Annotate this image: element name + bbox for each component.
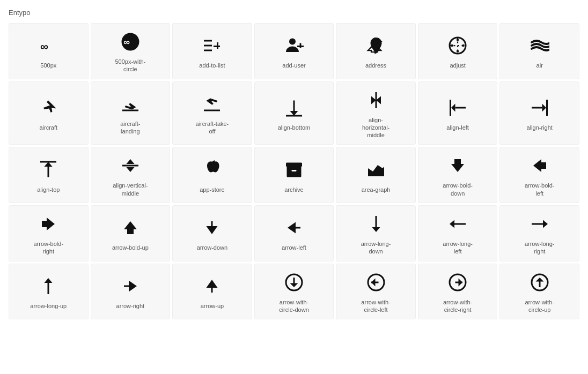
- icon-label: arrow-bold-left: [525, 182, 555, 197]
- icon-cell[interactable]: arrow-bold-right: [9, 205, 89, 261]
- icon-label: arrow-long-left: [443, 240, 473, 256]
- icon-label: arrow-long-right: [525, 240, 555, 256]
- icon-cell[interactable]: ∞ 500px-with-circle: [91, 23, 171, 79]
- svg-rect-4: [204, 45, 212, 47]
- add-user-icon: [284, 35, 304, 56]
- icon-cell[interactable]: arrow-up: [172, 264, 252, 320]
- arrow-with-circle-down-icon: [284, 272, 304, 293]
- icon-cell[interactable]: align-bottom: [254, 81, 334, 145]
- svg-point-8: [289, 39, 296, 45]
- 500px-icon: ∞: [39, 35, 58, 56]
- icon-cell[interactable]: align-right: [499, 81, 579, 145]
- svg-rect-20: [204, 109, 220, 111]
- icon-label: arrow-down: [197, 244, 227, 251]
- svg-rect-40: [286, 167, 301, 177]
- svg-marker-46: [124, 221, 137, 234]
- svg-marker-54: [450, 220, 454, 228]
- arrow-bold-down-icon: [448, 155, 467, 176]
- svg-rect-29: [455, 107, 466, 108]
- arrow-long-down-icon: [366, 213, 386, 235]
- arrow-down-icon: [202, 217, 222, 238]
- icon-cell[interactable]: arrow-down: [172, 205, 252, 261]
- icon-label: arrow-bold-right: [33, 240, 63, 256]
- align-horizontal-middle-icon: [366, 89, 386, 111]
- icon-cell[interactable]: add-to-list: [172, 23, 252, 79]
- icon-cell[interactable]: area-graph: [336, 147, 416, 203]
- svg-rect-35: [40, 161, 56, 162]
- svg-marker-65: [290, 283, 298, 287]
- icon-label: align-horizontal-middle: [362, 116, 389, 139]
- icon-cell[interactable]: add-user: [254, 23, 334, 79]
- svg-rect-62: [211, 286, 213, 293]
- icon-label: arrow-left: [282, 244, 306, 251]
- icon-label: 500px: [40, 62, 56, 69]
- icon-cell[interactable]: arrow-with-circle-down: [254, 264, 334, 320]
- icon-cell[interactable]: aircraft-take-off: [172, 81, 252, 145]
- icon-cell[interactable]: arrow-with-circle-right: [418, 264, 498, 320]
- icon-cell[interactable]: align-horizontal-middle: [336, 81, 416, 145]
- svg-rect-10: [297, 46, 304, 47]
- align-bottom-icon: [284, 97, 304, 118]
- svg-marker-43: [451, 159, 464, 172]
- icon-label: align-bottom: [278, 124, 311, 131]
- icon-cell[interactable]: air: [499, 23, 579, 79]
- arrow-long-up-icon: [39, 275, 58, 297]
- svg-rect-5: [204, 50, 212, 51]
- svg-rect-30: [546, 100, 548, 116]
- icon-label: arrow-with-circle-right: [443, 298, 472, 314]
- icon-cell[interactable]: arrow-bold-left: [499, 147, 579, 203]
- icon-cell[interactable]: aircraft-landing: [91, 81, 171, 145]
- svg-rect-23: [286, 115, 302, 116]
- icon-cell[interactable]: adjust: [418, 23, 498, 79]
- icon-cell[interactable]: ∞ 500px: [9, 23, 89, 79]
- svg-marker-28: [451, 103, 455, 111]
- icon-label: arrow-with-circle-up: [525, 298, 554, 314]
- svg-text:∞: ∞: [123, 37, 130, 47]
- icon-cell[interactable]: arrow-long-left: [418, 205, 498, 261]
- arrow-bold-up-icon: [121, 217, 140, 238]
- svg-marker-44: [533, 159, 546, 172]
- svg-rect-48: [211, 221, 213, 228]
- icon-grid: ∞ 500px ∞ 500px-with-circle add-to-list: [9, 23, 579, 319]
- align-right-icon: [530, 97, 549, 118]
- icon-cell[interactable]: align-left: [418, 81, 498, 145]
- svg-rect-7: [214, 46, 220, 47]
- icon-cell[interactable]: align-top: [9, 147, 89, 203]
- aircraft-landing-icon: [121, 93, 140, 115]
- icon-cell[interactable]: arrow-long-up: [9, 264, 89, 320]
- svg-rect-39: [286, 162, 302, 167]
- align-top-icon: [39, 159, 58, 181]
- icon-cell[interactable]: arrow-with-circle-left: [336, 264, 416, 320]
- arrow-with-circle-right-icon: [448, 272, 467, 293]
- svg-marker-38: [126, 167, 134, 172]
- svg-marker-45: [42, 218, 55, 230]
- icon-label: address: [365, 62, 386, 69]
- icon-label: aircraft: [39, 124, 57, 131]
- icon-cell[interactable]: arrow-with-circle-up: [499, 264, 579, 320]
- icon-cell[interactable]: arrow-bold-down: [418, 147, 498, 203]
- icon-label: air: [536, 62, 543, 69]
- icon-cell[interactable]: address: [336, 23, 416, 79]
- icon-cell[interactable]: aircraft: [9, 81, 89, 145]
- arrow-with-circle-up-icon: [530, 272, 549, 293]
- icon-label: arrow-bold-up: [112, 244, 149, 251]
- icon-label: 500px-with-circle: [115, 58, 145, 73]
- icon-cell[interactable]: align-vertical-middle: [91, 147, 171, 203]
- icon-cell[interactable]: arrow-bold-up: [91, 205, 171, 261]
- icon-cell[interactable]: app-store: [172, 147, 252, 203]
- svg-rect-32: [532, 107, 542, 108]
- icon-cell[interactable]: arrow-left: [254, 205, 334, 261]
- icon-cell[interactable]: arrow-long-down: [336, 205, 416, 261]
- icon-cell[interactable]: archive: [254, 147, 334, 203]
- icon-label: arrow-long-down: [361, 240, 391, 256]
- icon-label: add-user: [282, 62, 305, 69]
- icon-cell[interactable]: arrow-right: [91, 264, 171, 320]
- align-vertical-middle-icon: [121, 155, 140, 176]
- icon-label: arrow-right: [116, 302, 145, 310]
- icon-label: arrow-with-circle-left: [361, 298, 390, 314]
- icon-label: align-vertical-middle: [113, 182, 148, 197]
- icon-label: app-store: [200, 186, 224, 193]
- icon-cell[interactable]: arrow-long-right: [499, 205, 579, 261]
- arrow-with-circle-left-icon: [366, 272, 386, 293]
- svg-rect-3: [204, 40, 212, 42]
